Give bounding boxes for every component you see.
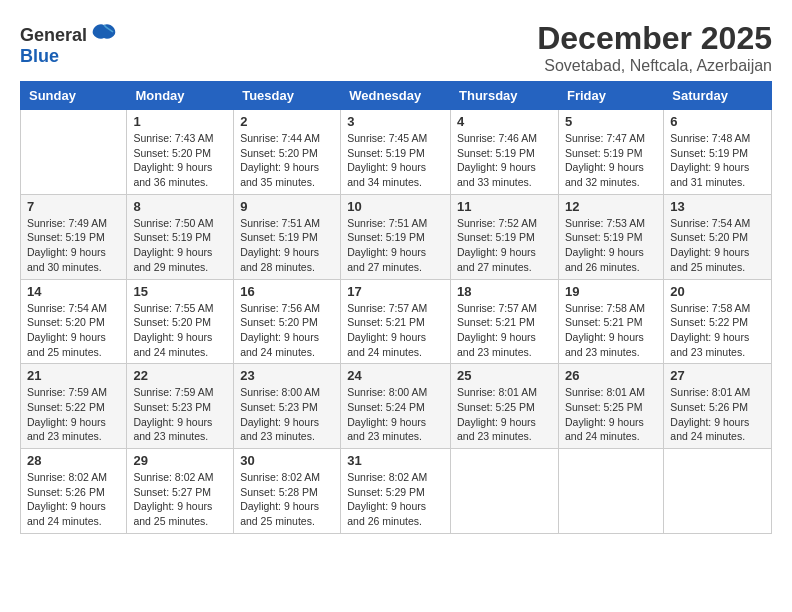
day-number: 6 [670,114,765,129]
calendar-cell: 25Sunrise: 8:01 AM Sunset: 5:25 PM Dayli… [451,364,559,449]
calendar-cell: 15Sunrise: 7:55 AM Sunset: 5:20 PM Dayli… [127,279,234,364]
day-number: 27 [670,368,765,383]
location-title: Sovetabad, Neftcala, Azerbaijan [537,57,772,75]
calendar-body: 1Sunrise: 7:43 AM Sunset: 5:20 PM Daylig… [21,110,772,534]
day-number: 3 [347,114,444,129]
day-header-saturday: Saturday [664,82,772,110]
day-number: 10 [347,199,444,214]
day-number: 13 [670,199,765,214]
day-number: 17 [347,284,444,299]
calendar-header-row: SundayMondayTuesdayWednesdayThursdayFrid… [21,82,772,110]
calendar-cell: 12Sunrise: 7:53 AM Sunset: 5:19 PM Dayli… [558,194,663,279]
page-header: General Blue December 2025 Sovetabad, Ne… [20,20,772,75]
calendar-cell [558,449,663,534]
day-info: Sunrise: 7:59 AM Sunset: 5:22 PM Dayligh… [27,385,120,444]
day-info: Sunrise: 7:49 AM Sunset: 5:19 PM Dayligh… [27,216,120,275]
day-info: Sunrise: 7:58 AM Sunset: 5:21 PM Dayligh… [565,301,657,360]
day-number: 20 [670,284,765,299]
day-info: Sunrise: 8:01 AM Sunset: 5:25 PM Dayligh… [457,385,552,444]
calendar-cell [664,449,772,534]
calendar-cell: 27Sunrise: 8:01 AM Sunset: 5:26 PM Dayli… [664,364,772,449]
calendar-cell: 16Sunrise: 7:56 AM Sunset: 5:20 PM Dayli… [234,279,341,364]
calendar-week-row: 7Sunrise: 7:49 AM Sunset: 5:19 PM Daylig… [21,194,772,279]
day-info: Sunrise: 7:57 AM Sunset: 5:21 PM Dayligh… [457,301,552,360]
calendar-cell: 5Sunrise: 7:47 AM Sunset: 5:19 PM Daylig… [558,110,663,195]
calendar-table: SundayMondayTuesdayWednesdayThursdayFrid… [20,81,772,534]
calendar-cell: 23Sunrise: 8:00 AM Sunset: 5:23 PM Dayli… [234,364,341,449]
day-info: Sunrise: 8:02 AM Sunset: 5:27 PM Dayligh… [133,470,227,529]
day-info: Sunrise: 7:59 AM Sunset: 5:23 PM Dayligh… [133,385,227,444]
day-number: 19 [565,284,657,299]
day-number: 25 [457,368,552,383]
day-number: 30 [240,453,334,468]
calendar-cell: 10Sunrise: 7:51 AM Sunset: 5:19 PM Dayli… [341,194,451,279]
day-number: 14 [27,284,120,299]
calendar-cell: 21Sunrise: 7:59 AM Sunset: 5:22 PM Dayli… [21,364,127,449]
calendar-cell: 20Sunrise: 7:58 AM Sunset: 5:22 PM Dayli… [664,279,772,364]
day-info: Sunrise: 7:43 AM Sunset: 5:20 PM Dayligh… [133,131,227,190]
day-number: 31 [347,453,444,468]
calendar-cell: 14Sunrise: 7:54 AM Sunset: 5:20 PM Dayli… [21,279,127,364]
calendar-cell: 4Sunrise: 7:46 AM Sunset: 5:19 PM Daylig… [451,110,559,195]
day-info: Sunrise: 7:51 AM Sunset: 5:19 PM Dayligh… [240,216,334,275]
day-info: Sunrise: 7:47 AM Sunset: 5:19 PM Dayligh… [565,131,657,190]
calendar-cell: 31Sunrise: 8:02 AM Sunset: 5:29 PM Dayli… [341,449,451,534]
day-number: 15 [133,284,227,299]
calendar-cell: 11Sunrise: 7:52 AM Sunset: 5:19 PM Dayli… [451,194,559,279]
day-number: 4 [457,114,552,129]
logo-general: General [20,25,87,46]
day-number: 8 [133,199,227,214]
day-number: 1 [133,114,227,129]
calendar-cell: 19Sunrise: 7:58 AM Sunset: 5:21 PM Dayli… [558,279,663,364]
day-info: Sunrise: 7:44 AM Sunset: 5:20 PM Dayligh… [240,131,334,190]
logo-bird-icon [89,20,119,50]
calendar-week-row: 14Sunrise: 7:54 AM Sunset: 5:20 PM Dayli… [21,279,772,364]
day-header-sunday: Sunday [21,82,127,110]
day-header-thursday: Thursday [451,82,559,110]
day-info: Sunrise: 8:02 AM Sunset: 5:28 PM Dayligh… [240,470,334,529]
day-number: 9 [240,199,334,214]
calendar-cell: 17Sunrise: 7:57 AM Sunset: 5:21 PM Dayli… [341,279,451,364]
calendar-cell [451,449,559,534]
calendar-cell: 1Sunrise: 7:43 AM Sunset: 5:20 PM Daylig… [127,110,234,195]
day-number: 26 [565,368,657,383]
day-header-monday: Monday [127,82,234,110]
day-info: Sunrise: 7:46 AM Sunset: 5:19 PM Dayligh… [457,131,552,190]
day-header-friday: Friday [558,82,663,110]
calendar-cell: 30Sunrise: 8:02 AM Sunset: 5:28 PM Dayli… [234,449,341,534]
day-info: Sunrise: 7:55 AM Sunset: 5:20 PM Dayligh… [133,301,227,360]
calendar-cell: 24Sunrise: 8:00 AM Sunset: 5:24 PM Dayli… [341,364,451,449]
calendar-cell: 8Sunrise: 7:50 AM Sunset: 5:19 PM Daylig… [127,194,234,279]
day-number: 5 [565,114,657,129]
day-info: Sunrise: 7:50 AM Sunset: 5:19 PM Dayligh… [133,216,227,275]
calendar-cell: 9Sunrise: 7:51 AM Sunset: 5:19 PM Daylig… [234,194,341,279]
day-number: 23 [240,368,334,383]
calendar-cell: 13Sunrise: 7:54 AM Sunset: 5:20 PM Dayli… [664,194,772,279]
calendar-cell: 29Sunrise: 8:02 AM Sunset: 5:27 PM Dayli… [127,449,234,534]
day-info: Sunrise: 7:52 AM Sunset: 5:19 PM Dayligh… [457,216,552,275]
day-info: Sunrise: 7:45 AM Sunset: 5:19 PM Dayligh… [347,131,444,190]
day-info: Sunrise: 8:01 AM Sunset: 5:25 PM Dayligh… [565,385,657,444]
calendar-cell: 7Sunrise: 7:49 AM Sunset: 5:19 PM Daylig… [21,194,127,279]
day-info: Sunrise: 8:02 AM Sunset: 5:26 PM Dayligh… [27,470,120,529]
logo: General Blue [20,20,119,67]
day-number: 21 [27,368,120,383]
calendar-cell: 2Sunrise: 7:44 AM Sunset: 5:20 PM Daylig… [234,110,341,195]
day-info: Sunrise: 7:56 AM Sunset: 5:20 PM Dayligh… [240,301,334,360]
month-title: December 2025 [537,20,772,57]
day-info: Sunrise: 8:01 AM Sunset: 5:26 PM Dayligh… [670,385,765,444]
day-info: Sunrise: 7:57 AM Sunset: 5:21 PM Dayligh… [347,301,444,360]
day-info: Sunrise: 7:53 AM Sunset: 5:19 PM Dayligh… [565,216,657,275]
calendar-cell: 28Sunrise: 8:02 AM Sunset: 5:26 PM Dayli… [21,449,127,534]
calendar-cell: 18Sunrise: 7:57 AM Sunset: 5:21 PM Dayli… [451,279,559,364]
day-info: Sunrise: 8:00 AM Sunset: 5:24 PM Dayligh… [347,385,444,444]
calendar-cell [21,110,127,195]
day-number: 29 [133,453,227,468]
day-info: Sunrise: 8:02 AM Sunset: 5:29 PM Dayligh… [347,470,444,529]
calendar-cell: 6Sunrise: 7:48 AM Sunset: 5:19 PM Daylig… [664,110,772,195]
day-header-tuesday: Tuesday [234,82,341,110]
day-info: Sunrise: 7:58 AM Sunset: 5:22 PM Dayligh… [670,301,765,360]
day-number: 2 [240,114,334,129]
day-header-wednesday: Wednesday [341,82,451,110]
day-number: 16 [240,284,334,299]
